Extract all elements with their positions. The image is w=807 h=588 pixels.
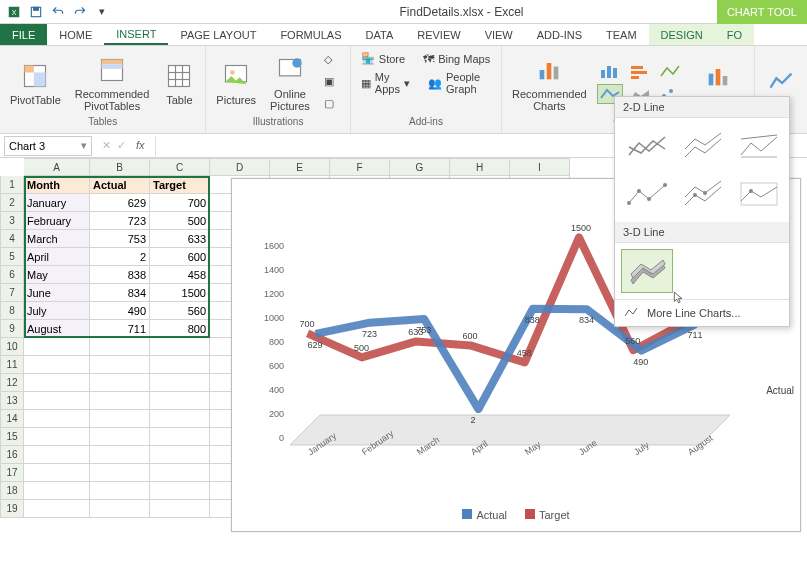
row-header-11[interactable]: 11 [0, 356, 24, 374]
tab-insert[interactable]: INSERT [104, 24, 168, 45]
cell-C14[interactable] [150, 410, 210, 428]
tab-design[interactable]: DESIGN [649, 24, 715, 45]
cell-A3[interactable]: February [24, 212, 90, 230]
2d-line-option-1[interactable] [621, 124, 673, 168]
cell-A4[interactable]: March [24, 230, 90, 248]
cell-A9[interactable]: August [24, 320, 90, 338]
redo-icon[interactable] [70, 2, 90, 22]
tab-formulas[interactable]: FORMULAS [268, 24, 353, 45]
cell-A1[interactable]: Month [24, 176, 90, 194]
cell-A8[interactable]: July [24, 302, 90, 320]
tab-file[interactable]: FILE [0, 24, 47, 45]
row-header-16[interactable]: 16 [0, 446, 24, 464]
cell-B6[interactable]: 838 [90, 266, 150, 284]
cell-C3[interactable]: 500 [150, 212, 210, 230]
row-header-8[interactable]: 8 [0, 302, 24, 320]
tab-view[interactable]: VIEW [473, 24, 525, 45]
row-header-9[interactable]: 9 [0, 320, 24, 338]
pictures-button[interactable]: Pictures [212, 58, 260, 108]
cell-B2[interactable]: 629 [90, 194, 150, 212]
row-header-6[interactable]: 6 [0, 266, 24, 284]
cell-B12[interactable] [90, 374, 150, 392]
cell-A5[interactable]: April [24, 248, 90, 266]
tab-team[interactable]: TEAM [594, 24, 649, 45]
row-header-5[interactable]: 5 [0, 248, 24, 266]
cell-A18[interactable] [24, 482, 90, 500]
row-header-4[interactable]: 4 [0, 230, 24, 248]
cell-C12[interactable] [150, 374, 210, 392]
cancel-formula-icon[interactable]: ✕ [102, 139, 111, 152]
2d-line-option-3[interactable] [733, 124, 785, 168]
cell-B7[interactable]: 834 [90, 284, 150, 302]
2d-line-option-4[interactable] [621, 172, 673, 216]
chart-type-stock[interactable] [657, 62, 683, 82]
cell-B15[interactable] [90, 428, 150, 446]
recommended-charts-button[interactable]: Recommended Charts [508, 52, 591, 114]
cell-A2[interactable]: January [24, 194, 90, 212]
col-header-C[interactable]: C [150, 158, 210, 176]
recommended-pivottables-button[interactable]: Recommended PivotTables [71, 52, 154, 114]
cell-B4[interactable]: 753 [90, 230, 150, 248]
chart-type-column[interactable] [597, 62, 623, 82]
fx-icon[interactable]: fx [132, 139, 149, 152]
cell-B8[interactable]: 490 [90, 302, 150, 320]
cell-A17[interactable] [24, 464, 90, 482]
tab-add-ins[interactable]: ADD-INS [525, 24, 594, 45]
cell-A11[interactable] [24, 356, 90, 374]
cell-C16[interactable] [150, 446, 210, 464]
online-pictures-button[interactable]: Online Pictures [266, 52, 314, 114]
table-button[interactable]: Table [159, 58, 199, 108]
cell-A6[interactable]: May [24, 266, 90, 284]
cell-A14[interactable] [24, 410, 90, 428]
row-header-3[interactable]: 3 [0, 212, 24, 230]
cell-B18[interactable] [90, 482, 150, 500]
store-button[interactable]: 🏪Store [357, 50, 409, 67]
3d-line-option[interactable] [621, 249, 673, 293]
row-header-12[interactable]: 12 [0, 374, 24, 392]
row-header-18[interactable]: 18 [0, 482, 24, 500]
cell-C9[interactable]: 800 [150, 320, 210, 338]
cell-B14[interactable] [90, 410, 150, 428]
cell-C5[interactable]: 600 [150, 248, 210, 266]
cell-B16[interactable] [90, 446, 150, 464]
row-header-14[interactable]: 14 [0, 410, 24, 428]
more-line-charts[interactable]: More Line Charts... [615, 299, 789, 326]
col-header-D[interactable]: D [210, 158, 270, 176]
cell-C15[interactable] [150, 428, 210, 446]
save-icon[interactable] [26, 2, 46, 22]
tab-page-layout[interactable]: PAGE LAYOUT [168, 24, 268, 45]
2d-line-option-6[interactable] [733, 172, 785, 216]
cell-C2[interactable]: 700 [150, 194, 210, 212]
smartart-button[interactable]: ▣ [320, 73, 344, 93]
undo-icon[interactable] [48, 2, 68, 22]
col-header-E[interactable]: E [270, 158, 330, 176]
row-header-17[interactable]: 17 [0, 464, 24, 482]
cell-A19[interactable] [24, 500, 90, 518]
enter-formula-icon[interactable]: ✓ [117, 139, 126, 152]
my-apps-button[interactable]: ▦My Apps ▾ [357, 69, 414, 97]
row-header-2[interactable]: 2 [0, 194, 24, 212]
cell-C8[interactable]: 560 [150, 302, 210, 320]
row-header-10[interactable]: 10 [0, 338, 24, 356]
tab-review[interactable]: REVIEW [405, 24, 472, 45]
chevron-down-icon[interactable]: ▾ [81, 139, 87, 152]
row-header-7[interactable]: 7 [0, 284, 24, 302]
cell-C18[interactable] [150, 482, 210, 500]
row-header-1[interactable]: 1 [0, 176, 24, 194]
cell-B11[interactable] [90, 356, 150, 374]
cell-B13[interactable] [90, 392, 150, 410]
cell-C1[interactable]: Target [150, 176, 210, 194]
cell-A15[interactable] [24, 428, 90, 446]
cell-C11[interactable] [150, 356, 210, 374]
cell-B5[interactable]: 2 [90, 248, 150, 266]
col-header-F[interactable]: F [330, 158, 390, 176]
bing-maps-button[interactable]: 🗺Bing Maps [419, 50, 494, 67]
row-header-19[interactable]: 19 [0, 500, 24, 518]
tab-home[interactable]: HOME [47, 24, 104, 45]
cell-B3[interactable]: 723 [90, 212, 150, 230]
2d-line-option-5[interactable] [677, 172, 729, 216]
col-header-B[interactable]: B [90, 158, 150, 176]
tab-data[interactable]: DATA [354, 24, 406, 45]
cell-C17[interactable] [150, 464, 210, 482]
col-header-G[interactable]: G [390, 158, 450, 176]
